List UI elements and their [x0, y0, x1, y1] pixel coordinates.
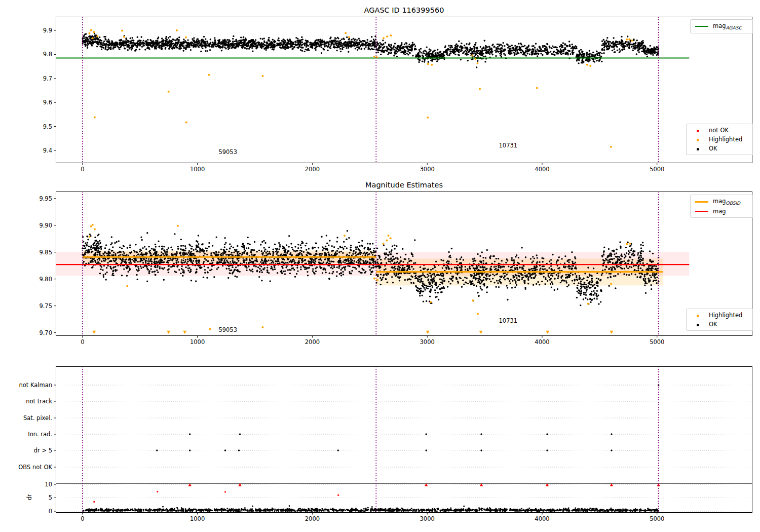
svg-text:10731: 10731	[499, 142, 518, 149]
legend-mag-agasc: magAGASC	[690, 19, 753, 33]
svg-text:5000: 5000	[650, 166, 664, 173]
svg-text:3000: 3000	[420, 166, 435, 173]
svg-text:4000: 4000	[535, 515, 549, 522]
legend-label: Highlighted	[709, 136, 742, 143]
svg-text:9.8: 9.8	[43, 51, 52, 58]
svg-text:dr > 5: dr > 5	[34, 447, 52, 454]
legend-mag-lines: magOBSID mag	[690, 195, 753, 218]
svg-text:10731: 10731	[499, 317, 518, 324]
magnitude-estimates-plot: 59053107310100020003000400050009.709.759…	[56, 192, 752, 336]
svg-text:OBS not OK: OBS not OK	[18, 464, 52, 471]
legend-point-types-middle: Highlighted OK	[686, 309, 753, 331]
svg-text:9.85: 9.85	[39, 249, 52, 256]
legend-item-mag: mag	[695, 208, 748, 215]
svg-text:not Kalman: not Kalman	[19, 382, 52, 389]
svg-text:9.6: 9.6	[43, 99, 52, 106]
svg-text:9.5: 9.5	[43, 123, 52, 130]
orange-dot-swatch	[691, 312, 704, 319]
legend-sublabel: OBSID	[726, 201, 740, 206]
legend-item-mag-agasc: magAGASC	[695, 22, 748, 30]
svg-text:2000: 2000	[305, 338, 320, 346]
legend-item-not-ok: not OK	[691, 127, 748, 134]
figure: AGASC ID 116399560 Magnitude Estimates 5…	[0, 0, 760, 532]
black-dot-swatch	[691, 321, 704, 328]
green-line-swatch	[695, 26, 708, 27]
dr-axis-label: dr	[26, 494, 33, 500]
svg-text:9.80: 9.80	[39, 276, 52, 283]
svg-text:9.7: 9.7	[43, 75, 52, 82]
svg-text:Ion. rad.: Ion. rad.	[28, 431, 52, 438]
magnitudes-plot: 59053107310100020003000400050009.49.59.6…	[56, 17, 752, 163]
svg-text:9.70: 9.70	[39, 329, 52, 336]
svg-text:1000: 1000	[190, 166, 205, 173]
legend-item-ok: OK	[691, 145, 748, 152]
svg-text:2000: 2000	[305, 515, 320, 522]
svg-text:3000: 3000	[420, 338, 435, 346]
svg-text:2000: 2000	[305, 166, 320, 173]
legend-label: mag	[713, 198, 726, 205]
svg-text:5000: 5000	[650, 515, 664, 522]
legend-label: OK	[709, 321, 717, 328]
svg-text:9.95: 9.95	[39, 195, 52, 202]
svg-text:1000: 1000	[190, 515, 205, 522]
svg-text:9.4: 9.4	[43, 147, 52, 154]
legend-label: mag	[713, 208, 726, 215]
legend-label: Highlighted	[709, 312, 742, 319]
svg-text:9.9: 9.9	[43, 27, 52, 34]
svg-text:0: 0	[81, 515, 84, 522]
svg-text:5: 5	[49, 494, 52, 501]
black-dot-swatch	[691, 145, 704, 152]
legend-point-types-top: not OK Highlighted OK	[686, 124, 753, 155]
svg-text:9.90: 9.90	[39, 222, 52, 229]
svg-text:4000: 4000	[535, 166, 549, 173]
svg-text:5000: 5000	[650, 338, 664, 346]
red-dot-swatch	[691, 127, 704, 134]
svg-text:4000: 4000	[535, 338, 549, 346]
legend-label: not OK	[709, 127, 729, 134]
flags-dr-plot: 010002000300040005000not Kalmannot track…	[56, 366, 752, 513]
legend-item-highlighted: Highlighted	[691, 312, 748, 319]
chart-title-magnitude-estimates: Magnitude Estimates	[56, 181, 752, 189]
svg-text:1000: 1000	[190, 338, 205, 346]
orange-line-swatch	[695, 201, 708, 203]
legend-label: mag	[713, 22, 726, 29]
svg-text:10: 10	[45, 481, 52, 488]
orange-dot-swatch	[691, 136, 704, 143]
legend-item-mag-obsid: magOBSID	[695, 198, 748, 206]
legend-label: OK	[709, 145, 717, 152]
svg-text:59053: 59053	[218, 148, 237, 156]
svg-text:0: 0	[81, 166, 84, 173]
svg-text:59053: 59053	[218, 326, 237, 333]
svg-text:0: 0	[49, 508, 52, 515]
legend-sublabel: AGASC	[726, 25, 742, 30]
svg-text:not track: not track	[26, 398, 52, 405]
legend-item-highlighted: Highlighted	[691, 136, 748, 143]
legend-item-ok: OK	[691, 321, 748, 328]
svg-text:3000: 3000	[420, 515, 435, 522]
svg-text:9.75: 9.75	[39, 302, 52, 310]
red-line-swatch	[695, 211, 708, 212]
chart-title-agasc-id: AGASC ID 116399560	[56, 6, 752, 14]
svg-text:Sat. pixel.: Sat. pixel.	[23, 414, 52, 422]
svg-text:0: 0	[81, 338, 84, 346]
